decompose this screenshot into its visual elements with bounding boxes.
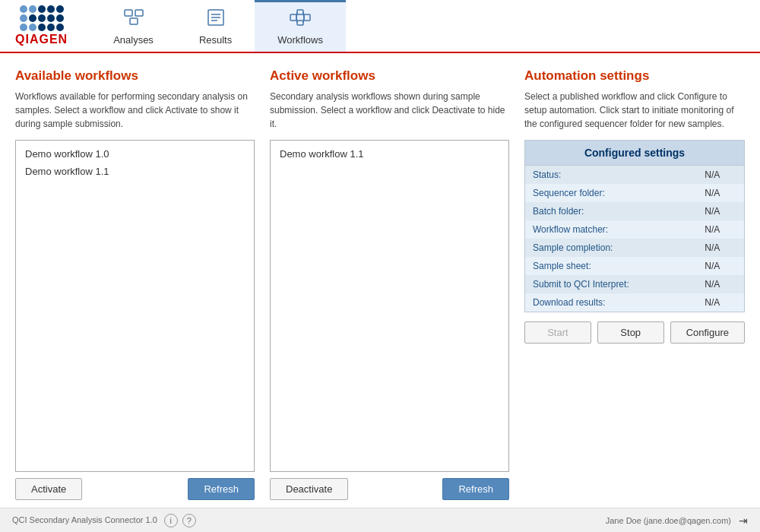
logo-dot [20, 24, 27, 31]
tab-results[interactable]: Results [176, 0, 255, 52]
settings-value-sample-completion: N/A [697, 239, 744, 257]
start-button[interactable]: Start [524, 321, 591, 344]
user-label: Jane Doe (jane.doe@qagen.com) [606, 516, 731, 525]
active-refresh-button[interactable]: Refresh [442, 478, 509, 500]
settings-label-download-results: Download results: [525, 293, 697, 312]
available-refresh-button[interactable]: Refresh [188, 478, 255, 500]
svg-rect-9 [297, 21, 303, 25]
tab-analyses[interactable]: Analyses [90, 0, 176, 52]
app-footer: QCI Secondary Analysis Connector 1.0 i ?… [0, 508, 760, 532]
logo-text: QIAGEN [15, 33, 68, 46]
tab-results-label: Results [199, 34, 232, 46]
list-item[interactable]: Demo workflow 1.1 [275, 145, 504, 163]
logo-dot [38, 24, 46, 31]
automation-settings-title: Automation settings [524, 68, 745, 84]
available-workflows-column: Available workflows Workflows available … [15, 68, 255, 500]
logo-dots [20, 5, 64, 31]
settings-value-submit-qci: N/A [697, 275, 744, 293]
settings-value-status: N/A [697, 166, 744, 184]
svg-line-11 [296, 12, 297, 17]
analyses-icon [123, 8, 144, 31]
settings-row-status: Status: N/A [525, 166, 744, 184]
list-item[interactable]: Demo workflow 1.1 [21, 163, 249, 180]
exit-icon[interactable]: ⇥ [739, 515, 748, 527]
settings-row-batch-folder: Batch folder: N/A [525, 202, 744, 220]
logo-dot [47, 5, 55, 13]
logo-dot [56, 14, 64, 22]
settings-label-status: Status: [525, 166, 697, 184]
logo-dot [56, 24, 64, 31]
info-icon[interactable]: i [164, 514, 178, 527]
settings-label-sample-completion: Sample completion: [525, 239, 697, 257]
settings-value-download-results: N/A [697, 293, 744, 312]
app-header: QIAGEN Analyses Results [0, 0, 760, 53]
automation-settings-desc: Select a published workflow and click Co… [524, 90, 745, 131]
activate-button[interactable]: Activate [15, 478, 82, 500]
settings-value-batch-folder: N/A [697, 202, 744, 220]
configured-settings-box: Configured settings Status: N/A Sequence… [524, 140, 745, 312]
svg-rect-10 [304, 14, 310, 21]
settings-table: Status: N/A Sequencer folder: N/A Batch … [525, 166, 744, 312]
svg-rect-2 [130, 18, 138, 24]
settings-label-workflow-matcher: Workflow matcher: [525, 220, 697, 239]
tab-workflows[interactable]: Workflows [255, 0, 346, 52]
logo-dot [29, 14, 36, 22]
logo-dot [38, 14, 46, 22]
active-workflows-desc: Secondary analysis workflows shown durin… [270, 90, 509, 131]
logo-dot [38, 5, 46, 13]
help-icon[interactable]: ? [182, 514, 196, 527]
settings-row-sample-sheet: Sample sheet: N/A [525, 257, 744, 275]
settings-value-sequencer-folder: N/A [697, 184, 744, 202]
footer-app-info: QCI Secondary Analysis Connector 1.0 i ? [12, 514, 196, 527]
svg-rect-7 [290, 14, 296, 21]
active-workflows-title: Active workflows [270, 68, 509, 84]
logo-dot [29, 5, 36, 13]
list-item[interactable]: Demo workflow 1.0 [21, 145, 249, 163]
active-workflows-column: Active workflows Secondary analysis work… [270, 68, 509, 500]
automation-buttons: Start Stop Configure [524, 321, 745, 344]
qiagen-logo: QIAGEN [15, 5, 68, 46]
settings-label-sample-sheet: Sample sheet: [525, 257, 697, 275]
logo-dot [20, 5, 27, 13]
logo-dot [56, 5, 64, 13]
automation-settings-column: Automation settings Select a published w… [524, 68, 745, 500]
settings-label-submit-qci: Submit to QCI Interpret: [525, 275, 697, 293]
settings-label-sequencer-folder: Sequencer folder: [525, 184, 697, 202]
svg-line-14 [303, 17, 304, 23]
settings-row-sample-completion: Sample completion: N/A [525, 239, 744, 257]
svg-rect-8 [297, 10, 303, 14]
active-workflows-list[interactable]: Demo workflow 1.1 [270, 140, 509, 472]
logo-dot [47, 24, 55, 31]
settings-value-sample-sheet: N/A [697, 257, 744, 275]
settings-row-submit-qci: Submit to QCI Interpret: N/A [525, 275, 744, 293]
footer-user-info: Jane Doe (jane.doe@qagen.com) ⇥ [606, 515, 748, 527]
stop-button[interactable]: Stop [597, 321, 664, 344]
active-workflows-button-row: Deactivate Refresh [270, 472, 509, 500]
svg-line-12 [296, 17, 297, 23]
results-icon [205, 8, 226, 31]
configured-settings-title: Configured settings [525, 141, 744, 166]
settings-row-workflow-matcher: Workflow matcher: N/A [525, 220, 744, 239]
logo-dot [47, 14, 55, 22]
tab-analyses-label: Analyses [113, 34, 154, 46]
settings-row-download-results: Download results: N/A [525, 293, 744, 312]
settings-value-workflow-matcher: N/A [697, 220, 744, 239]
content-area: Available workflows Workflows available … [0, 53, 760, 508]
workflows-icon [290, 8, 311, 31]
nav-tabs: Analyses Results [90, 0, 346, 52]
svg-rect-1 [135, 10, 143, 16]
available-workflows-desc: Workflows available for performing secon… [15, 90, 255, 131]
logo-dot [20, 14, 27, 22]
app-name-label: QCI Secondary Analysis Connector 1.0 [12, 515, 157, 524]
svg-line-13 [303, 12, 304, 17]
configure-button[interactable]: Configure [670, 321, 745, 344]
deactivate-button[interactable]: Deactivate [270, 478, 348, 500]
settings-row-sequencer-folder: Sequencer folder: N/A [525, 184, 744, 202]
available-workflows-title: Available workflows [15, 68, 255, 84]
footer-icons: i ? [164, 514, 196, 527]
main-content: Available workflows Workflows available … [0, 53, 760, 508]
available-workflows-list[interactable]: Demo workflow 1.0 Demo workflow 1.1 [15, 140, 255, 472]
svg-rect-0 [125, 10, 132, 16]
settings-label-batch-folder: Batch folder: [525, 202, 697, 220]
available-workflows-button-row: Activate Refresh [15, 472, 255, 500]
